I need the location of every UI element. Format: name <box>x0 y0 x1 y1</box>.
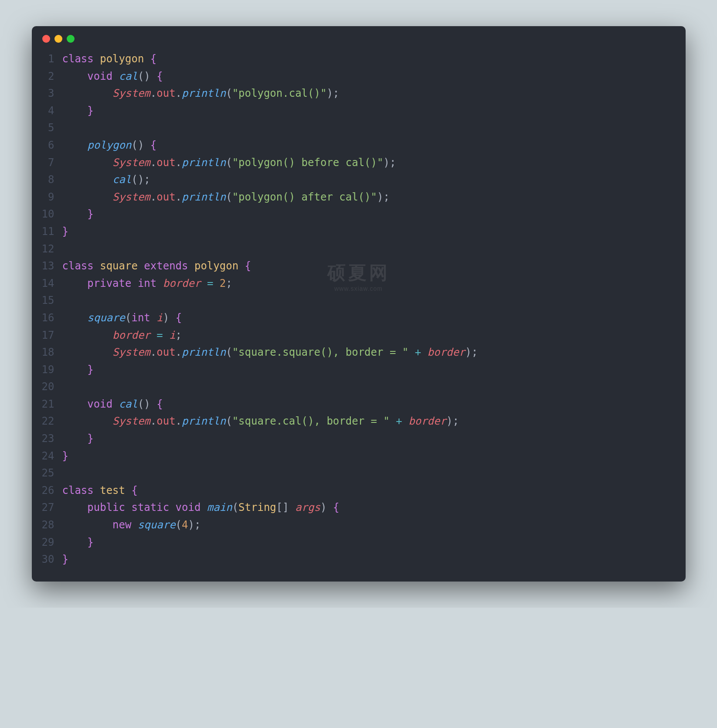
window-titlebar <box>32 26 686 51</box>
code-line[interactable]: 18 System.out.println("square.square(), … <box>32 344 673 361</box>
code-line[interactable]: 1class polygon { <box>32 51 673 68</box>
code-content[interactable] <box>62 378 68 396</box>
code-line[interactable]: 17 border = i; <box>32 327 673 344</box>
code-content[interactable]: class polygon { <box>62 51 157 68</box>
line-number: 20 <box>32 378 62 396</box>
code-line[interactable]: 24} <box>32 448 673 465</box>
line-number: 1 <box>32 51 62 68</box>
code-line[interactable]: 26class test { <box>32 482 673 500</box>
code-line[interactable]: 12 <box>32 241 673 258</box>
code-area[interactable]: 1class polygon {2 void cal() {3 System.o… <box>32 51 686 568</box>
line-number: 23 <box>32 430 62 448</box>
code-content[interactable]: polygon() { <box>62 137 157 154</box>
line-number: 27 <box>32 499 62 517</box>
line-number: 11 <box>32 223 62 241</box>
code-content[interactable]: } <box>62 430 94 448</box>
code-content[interactable]: public static void main(String[] args) { <box>62 499 340 517</box>
code-line[interactable]: 28 new square(4); <box>32 517 673 534</box>
code-content[interactable]: square(int i) { <box>62 310 182 327</box>
code-content[interactable]: class test { <box>62 482 138 500</box>
line-number: 29 <box>32 534 62 551</box>
line-number: 15 <box>32 292 62 310</box>
code-content[interactable]: System.out.println("square.cal(), border… <box>62 413 459 430</box>
line-number: 18 <box>32 344 62 361</box>
line-number: 3 <box>32 85 62 102</box>
code-window: 1class polygon {2 void cal() {3 System.o… <box>32 26 686 582</box>
code-content[interactable] <box>62 241 68 258</box>
code-line[interactable]: 9 System.out.println("polygon() after ca… <box>32 189 673 206</box>
code-content[interactable]: new square(4); <box>62 517 201 534</box>
code-content[interactable]: cal(); <box>62 171 150 189</box>
code-content[interactable]: } <box>62 551 68 568</box>
code-content[interactable]: System.out.println("polygon.cal()"); <box>62 85 340 102</box>
line-number: 6 <box>32 137 62 154</box>
code-line[interactable]: 30} <box>32 551 673 568</box>
code-line[interactable]: 8 cal(); <box>32 171 673 189</box>
line-number: 5 <box>32 119 62 137</box>
minimize-icon[interactable] <box>54 35 62 43</box>
code-line[interactable]: 15 <box>32 292 673 310</box>
line-number: 21 <box>32 396 62 413</box>
line-number: 25 <box>32 465 62 482</box>
code-line[interactable]: 14 private int border = 2; <box>32 275 673 293</box>
code-line[interactable]: 29 } <box>32 534 673 551</box>
line-number: 17 <box>32 327 62 344</box>
code-content[interactable]: private int border = 2; <box>62 275 232 293</box>
code-line[interactable]: 6 polygon() { <box>32 137 673 154</box>
code-line[interactable]: 10 } <box>32 206 673 223</box>
maximize-icon[interactable] <box>67 35 75 43</box>
code-line[interactable]: 19 } <box>32 361 673 379</box>
code-line[interactable]: 2 void cal() { <box>32 68 673 85</box>
line-number: 9 <box>32 189 62 206</box>
code-line[interactable]: 16 square(int i) { <box>32 310 673 327</box>
code-content[interactable]: } <box>62 534 94 551</box>
code-content[interactable]: } <box>62 223 68 241</box>
line-number: 10 <box>32 206 62 223</box>
code-line[interactable]: 25 <box>32 465 673 482</box>
code-content[interactable]: System.out.println("polygon() before cal… <box>62 154 396 172</box>
code-content[interactable]: border = i; <box>62 327 182 344</box>
code-content[interactable]: } <box>62 448 68 465</box>
line-number: 13 <box>32 258 62 275</box>
code-line[interactable]: 3 System.out.println("polygon.cal()"); <box>32 85 673 102</box>
code-content[interactable]: void cal() { <box>62 396 163 413</box>
code-content[interactable]: System.out.println("polygon() after cal(… <box>62 189 390 206</box>
line-number: 28 <box>32 517 62 534</box>
line-number: 26 <box>32 482 62 500</box>
code-content[interactable]: void cal() { <box>62 68 163 85</box>
code-line[interactable]: 4 } <box>32 102 673 120</box>
line-number: 14 <box>32 275 62 293</box>
line-number: 16 <box>32 310 62 327</box>
code-content[interactable] <box>62 119 68 137</box>
close-icon[interactable] <box>42 35 50 43</box>
code-line[interactable]: 22 System.out.println("square.cal(), bor… <box>32 413 673 430</box>
line-number: 19 <box>32 361 62 379</box>
line-number: 12 <box>32 241 62 258</box>
code-content[interactable] <box>62 292 68 310</box>
line-number: 22 <box>32 413 62 430</box>
code-line[interactable]: 23 } <box>32 430 673 448</box>
code-content[interactable]: } <box>62 206 94 223</box>
code-line[interactable]: 7 System.out.println("polygon() before c… <box>32 154 673 172</box>
code-content[interactable] <box>62 465 68 482</box>
line-number: 24 <box>32 448 62 465</box>
code-content[interactable]: class square extends polygon { <box>62 258 251 275</box>
line-number: 2 <box>32 68 62 85</box>
code-content[interactable]: } <box>62 102 94 120</box>
line-number: 4 <box>32 102 62 120</box>
line-number: 30 <box>32 551 62 568</box>
code-line[interactable]: 5 <box>32 119 673 137</box>
code-line[interactable]: 27 public static void main(String[] args… <box>32 499 673 517</box>
code-content[interactable]: } <box>62 361 94 379</box>
line-number: 8 <box>32 171 62 189</box>
code-content[interactable]: System.out.println("square.square(), bor… <box>62 344 478 361</box>
line-number: 7 <box>32 154 62 172</box>
code-line[interactable]: 21 void cal() { <box>32 396 673 413</box>
code-line[interactable]: 13class square extends polygon { <box>32 258 673 275</box>
code-line[interactable]: 11} <box>32 223 673 241</box>
code-line[interactable]: 20 <box>32 378 673 396</box>
